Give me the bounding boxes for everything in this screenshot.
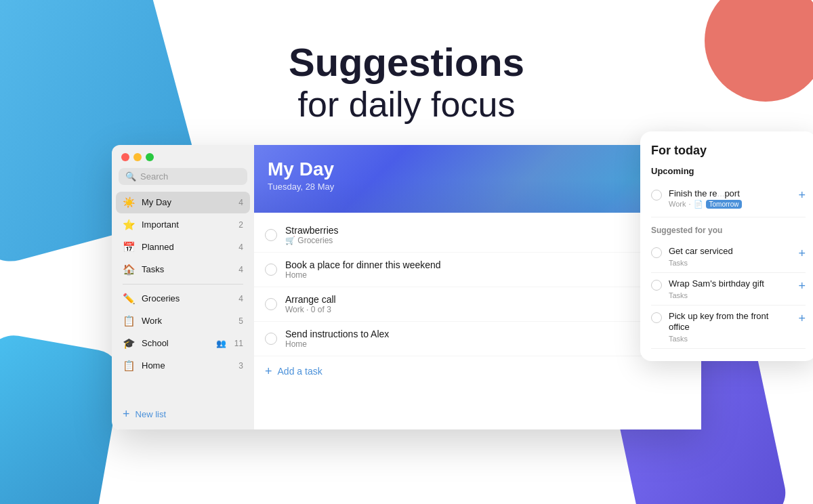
sidebar-nav: ☀️ My Day 4 ⭐ Important 2 📅 Planned 4 🏠 …	[112, 192, 254, 402]
suggestion-checkbox[interactable]	[651, 247, 662, 258]
sidebar-item-count: 11	[234, 339, 243, 348]
home-icon: 🏠	[123, 264, 135, 276]
sidebar-item-work-label: Work	[142, 316, 232, 326]
my-day-header: My Day Tuesday, 28 May ✨	[254, 145, 701, 213]
add-upcoming-button[interactable]: +	[798, 188, 806, 203]
suggestion-item[interactable]: Get car serviced Tasks +	[651, 240, 806, 273]
search-bar[interactable]: 🔍 Search	[119, 168, 247, 185]
sidebar-item-groceries[interactable]: ✏️ Groceries 4	[116, 288, 250, 310]
task-info: Send instructions to Alex Home	[285, 329, 673, 349]
sidebar-item-tasks[interactable]: 🏠 Tasks 4	[116, 259, 250, 280]
upcoming-item[interactable]: Finish the re...port Work · 📄 Tomorrow +	[651, 183, 806, 217]
add-task-button[interactable]: + Add a task	[254, 356, 701, 387]
tomorrow-badge: Tomorrow	[706, 200, 743, 209]
sidebar-item-school-label: School	[142, 338, 209, 348]
sidebar-item-important[interactable]: ⭐ Important 2	[116, 214, 250, 236]
sidebar-item-label: Important	[142, 219, 232, 230]
task-item[interactable]: Strawberries 🛒 Groceries ☆	[254, 218, 701, 253]
my-day-title: My Day	[268, 159, 334, 180]
suggestion-list: Tasks	[669, 335, 688, 343]
my-day-date: Tuesday, 28 May	[268, 182, 334, 192]
new-list-label: New list	[136, 409, 167, 419]
list-icon: 📋	[123, 315, 135, 327]
my-day-icon: ☀️	[123, 196, 135, 209]
my-day-title-group: My Day Tuesday, 28 May	[268, 159, 334, 192]
suggestion-checkbox[interactable]	[651, 312, 662, 323]
suggestion-meta: Tasks	[669, 291, 791, 299]
sidebar-item-count: 4	[238, 243, 243, 252]
sidebar-item-label: My Day	[142, 197, 232, 207]
task-checkbox[interactable]	[265, 264, 277, 276]
suggestion-name: Get car serviced	[669, 246, 791, 257]
maximize-button[interactable]	[146, 153, 154, 161]
search-icon: 🔍	[125, 171, 136, 182]
upcoming-meta: Work · 📄 Tomorrow	[669, 200, 791, 209]
for-today-title: For today	[651, 144, 806, 158]
task-sub: Work · 0 of 3	[285, 305, 673, 314]
sidebar-item-label: Groceries	[142, 293, 232, 303]
graduation-icon: 🎓	[123, 337, 135, 350]
star-icon: ⭐	[123, 219, 135, 231]
add-suggestion-button[interactable]: +	[798, 279, 806, 293]
suggestion-item[interactable]: Wrap Sam's birthday gift Tasks +	[651, 273, 806, 306]
upcoming-name: Finish the re...port	[669, 188, 791, 198]
close-button[interactable]	[121, 153, 129, 161]
plus-icon: +	[123, 407, 130, 421]
sidebar-item-count: 2	[238, 220, 243, 230]
suggestion-name: Wrap Sam's birthday gift	[669, 278, 791, 290]
headline: Suggestions for daily focus	[289, 41, 524, 125]
app-window: 🔍 Search ☀️ My Day 4 ⭐ Important 2 📅 Pla…	[112, 145, 701, 429]
task-checkbox[interactable]	[265, 229, 277, 241]
suggestion-meta: Tasks	[669, 259, 791, 267]
task-item[interactable]: Book a place for dinner this weekend Hom…	[254, 253, 701, 287]
suggestion-list: Tasks	[669, 259, 688, 267]
add-suggestion-button[interactable]: +	[798, 312, 806, 326]
task-name: Book a place for dinner this weekend	[285, 259, 673, 270]
titlebar	[112, 145, 254, 168]
sidebar-item-home[interactable]: 📋 Home 3	[116, 355, 250, 377]
suggestion-info: Wrap Sam's birthday gift Tasks	[669, 278, 791, 299]
calendar-icon: 📅	[123, 241, 135, 253]
sidebar-item-count: 5	[238, 316, 243, 326]
task-checkbox[interactable]	[265, 333, 277, 345]
headline-line2: for daily focus	[289, 84, 524, 125]
dot-separator: ·	[688, 200, 690, 208]
task-info: Strawberries 🛒 Groceries	[285, 225, 673, 245]
new-list-button[interactable]: + New list	[112, 402, 254, 429]
main-content: My Day Tuesday, 28 May ✨ Strawberries 🛒 …	[254, 145, 701, 429]
upcoming-checkbox[interactable]	[651, 190, 662, 201]
task-name: Strawberries	[285, 225, 673, 236]
task-sub: Home	[285, 270, 673, 280]
sidebar-divider	[123, 284, 243, 285]
sidebar-item-my-day[interactable]: ☀️ My Day 4	[116, 192, 250, 213]
suggestion-list: Tasks	[669, 291, 688, 299]
upcoming-info: Finish the re...port Work · 📄 Tomorrow	[669, 188, 791, 209]
sidebar-item-work[interactable]: 📋 Work 5	[116, 310, 250, 332]
task-sub: Home	[285, 339, 673, 349]
sidebar-item-school[interactable]: 🎓 School 👥 11	[116, 333, 250, 354]
suggestion-item[interactable]: Pick up key from the front office Tasks …	[651, 306, 806, 350]
sidebar-item-label: Home	[142, 360, 232, 371]
task-sub: 🛒 Groceries	[285, 236, 673, 245]
task-name: Arrange call	[285, 294, 673, 305]
sidebar-item-planned[interactable]: 📅 Planned 4	[116, 236, 250, 258]
search-label: Search	[140, 171, 168, 182]
add-suggestion-button[interactable]: +	[798, 247, 806, 261]
task-info: Arrange call Work · 0 of 3	[285, 294, 673, 314]
suggestion-checkbox[interactable]	[651, 280, 662, 291]
minimize-button[interactable]	[133, 153, 142, 161]
task-checkbox[interactable]	[265, 298, 277, 310]
upcoming-label: Upcoming	[651, 166, 806, 176]
sidebar-item-count: 4	[238, 265, 243, 274]
sidebar-item-count: 3	[238, 361, 243, 371]
plus-icon: +	[265, 364, 272, 379]
task-item[interactable]: Send instructions to Alex Home ☆	[254, 322, 701, 356]
upcoming-list: Work	[669, 200, 686, 208]
suggestion-meta: Tasks	[669, 335, 791, 343]
sidebar-item-count: 4	[238, 294, 243, 303]
sidebar-item-label: Planned	[142, 242, 232, 252]
task-name: Send instructions to Alex	[285, 329, 673, 339]
suggestion-name: Pick up key from the front office	[669, 311, 791, 334]
task-info: Book a place for dinner this weekend Hom…	[285, 259, 673, 280]
task-item[interactable]: Arrange call Work · 0 of 3 ☆	[254, 287, 701, 322]
